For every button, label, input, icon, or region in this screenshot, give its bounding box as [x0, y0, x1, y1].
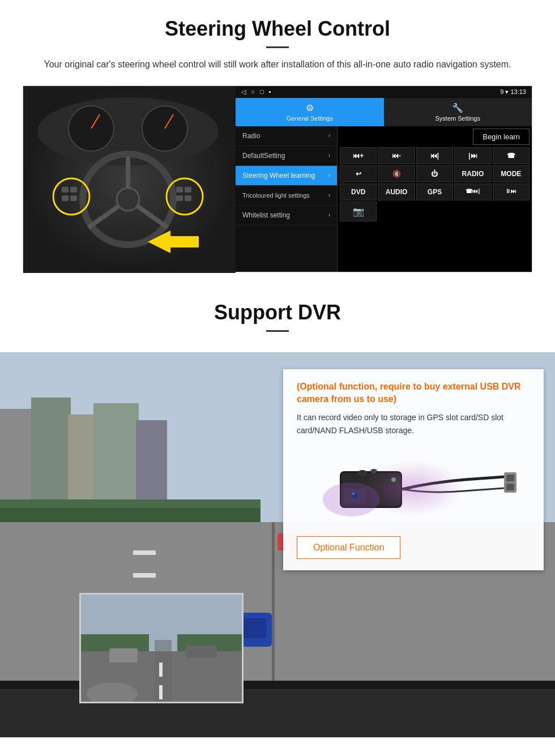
control-grid-row2: ↩ 🔇 ⏻ RADIO MODE [340, 165, 530, 182]
svg-rect-18 [176, 195, 183, 201]
svg-rect-31 [133, 550, 156, 555]
control-panel: Begin learn ⏮+ ⏮- ⏮| |⏭ ☎ ↩ 🔇 ⏻ [338, 126, 532, 272]
android-body: Radio › DefaultSetting › Steering Wheel … [236, 126, 532, 272]
steering-wheel-section: Steering Wheel Control Your original car… [0, 0, 555, 284]
menu-item-defaultsetting[interactable]: DefaultSetting › [236, 146, 337, 166]
menu-item-whitelist[interactable]: Whitelist setting › [236, 206, 337, 225]
svg-rect-12 [62, 187, 69, 193]
svg-rect-13 [70, 187, 77, 193]
ctrl-vol-down[interactable]: ⏮- [378, 147, 415, 164]
dvr-camera-svg [306, 449, 521, 528]
ctrl-pause-next[interactable]: ⏸⏭ [493, 183, 530, 200]
steering-title: Steering Wheel Control [23, 17, 532, 41]
menu-item-steering-wheel-learning[interactable]: Steering Wheel learning › [236, 166, 337, 186]
tab-system-label: System Settings [436, 115, 480, 122]
svg-point-59 [358, 470, 367, 476]
gear-icon: ⚙ [306, 102, 314, 113]
svg-rect-14 [62, 195, 69, 201]
ctrl-phone[interactable]: ☎ [493, 147, 530, 164]
ctrl-media[interactable]: 📷 [340, 202, 377, 221]
svg-rect-51 [186, 646, 217, 658]
optional-function-button[interactable]: Optional Function [297, 536, 400, 559]
ctrl-mode[interactable]: MODE [493, 165, 530, 182]
ctrl-gps[interactable]: GPS [416, 183, 453, 200]
nav-icons: ◁ ○ □ ▪ [241, 88, 271, 96]
chevron-icon: › [328, 212, 330, 218]
svg-point-61 [391, 477, 396, 482]
steering-wheel-image [23, 86, 236, 273]
svg-point-65 [323, 482, 379, 516]
dvr-header: Support DVR [0, 284, 555, 352]
ctrl-radio[interactable]: RADIO [454, 165, 491, 182]
chevron-icon: › [328, 172, 330, 178]
ctrl-vol-up[interactable]: ⏮+ [340, 147, 377, 164]
ctrl-audio[interactable]: AUDIO [378, 183, 415, 200]
dvr-section: Support DVR [0, 284, 555, 737]
menu-list: Radio › DefaultSetting › Steering Wheel … [236, 126, 338, 272]
android-status-bar: ◁ ○ □ ▪ 9 ▾ 13:13 [236, 86, 532, 98]
svg-rect-47 [159, 685, 163, 699]
svg-point-9 [117, 188, 139, 211]
dvr-info-card: (Optional function, require to buy exter… [283, 369, 544, 571]
svg-rect-17 [185, 187, 191, 193]
dvr-camera-visual [297, 446, 530, 531]
dvr-title: Support DVR [23, 301, 532, 324]
svg-rect-46 [159, 663, 163, 677]
dvr-dashboard-thumbnail [79, 593, 244, 703]
svg-rect-45 [155, 640, 172, 703]
begin-learn-button[interactable]: Begin learn [473, 129, 530, 145]
svg-rect-19 [185, 195, 191, 201]
title-divider [266, 46, 289, 48]
menu-item-tricoloured[interactable]: Tricoloured light settings › [236, 186, 337, 206]
ctrl-power[interactable]: ⏻ [416, 165, 453, 182]
begin-learn-row: Begin learn [340, 129, 530, 145]
control-grid-row3: DVD AUDIO GPS ☎⏮| ⏸⏭ [340, 183, 530, 200]
optional-function-row: Optional Function [297, 536, 530, 559]
ctrl-dvd[interactable]: DVD [340, 183, 377, 200]
tab-system-settings[interactable]: 🔧 System Settings [384, 98, 532, 126]
android-tabs: ⚙ General Settings 🔧 System Settings [236, 98, 532, 126]
dvr-title-divider [266, 330, 289, 332]
svg-rect-16 [176, 187, 183, 193]
svg-rect-32 [133, 573, 156, 578]
menu-item-radio[interactable]: Radio › [236, 126, 337, 146]
ctrl-mute[interactable]: 🔇 [378, 165, 415, 182]
chevron-icon: › [328, 133, 330, 139]
svg-rect-63 [506, 475, 514, 481]
ctrl-next-track[interactable]: |⏭ [454, 147, 491, 164]
dvr-dash-inner-svg [81, 595, 244, 703]
dvr-description: It can record video only to storage in G… [297, 411, 530, 437]
control-grid-row1: ⏮+ ⏮- ⏮| |⏭ ☎ [340, 147, 530, 164]
ctrl-prev-track[interactable]: ⏮| [416, 147, 453, 164]
chevron-icon: › [328, 152, 330, 159]
svg-point-60 [370, 469, 377, 473]
steering-demo-area: ◁ ○ □ ▪ 9 ▾ 13:13 ⚙ General Settings 🔧 S… [23, 86, 532, 272]
svg-rect-64 [506, 484, 514, 490]
chevron-icon: › [328, 191, 330, 199]
svg-rect-15 [70, 195, 77, 201]
ctrl-back[interactable]: ↩ [340, 165, 377, 182]
status-time: 9 ▾ 13:13 [500, 88, 526, 96]
tab-general-settings[interactable]: ⚙ General Settings [236, 98, 384, 126]
svg-rect-50 [109, 648, 138, 663]
settings-icon: 🔧 [452, 102, 463, 113]
ctrl-phone-prev[interactable]: ☎⏮| [454, 183, 491, 200]
steering-subtitle: Your original car's steering wheel contr… [34, 57, 521, 72]
dvr-background-area: (Optional function, require to buy exter… [0, 352, 555, 737]
dvr-optional-title: (Optional function, require to buy exter… [297, 381, 530, 406]
tab-general-label: General Settings [287, 115, 333, 122]
android-ui-panel: ◁ ○ □ ▪ 9 ▾ 13:13 ⚙ General Settings 🔧 S… [236, 86, 532, 272]
